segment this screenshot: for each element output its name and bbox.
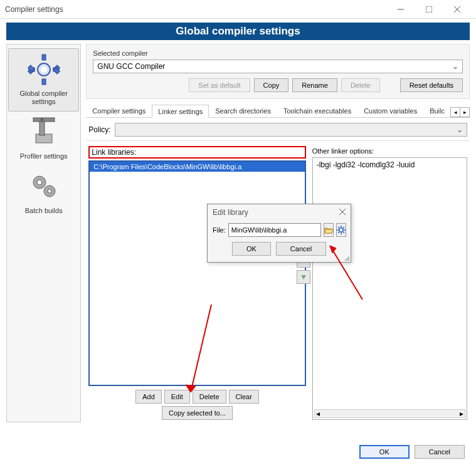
file-row: File: <box>213 223 346 237</box>
gear-icon <box>337 226 346 234</box>
chevron-down-icon: ⌄ <box>457 125 463 134</box>
file-input[interactable] <box>228 223 321 237</box>
close-icon <box>339 209 346 215</box>
gears-grey-icon <box>27 170 61 204</box>
svg-rect-15 <box>40 120 45 135</box>
title-bar: Compiler settings <box>0 0 476 19</box>
edit-button[interactable]: Edit <box>164 390 190 404</box>
browse-button[interactable] <box>324 223 334 237</box>
tab-scroll-left[interactable]: ◂ <box>450 107 460 117</box>
tab-build-truncated[interactable]: Builc <box>423 104 451 117</box>
svg-marker-23 <box>301 275 306 280</box>
gear-blue-icon <box>27 53 61 86</box>
other-options-column: Other linker options: -lbgi -lgdi32 -lco… <box>312 147 467 420</box>
dialog-ok-button[interactable]: OK <box>232 242 271 256</box>
copy-button[interactable]: Copy <box>254 78 289 92</box>
linker-area: Link libraries: C:\Program Files\CodeBlo… <box>86 141 470 422</box>
link-libraries-list[interactable]: C:\Program Files\CodeBlocks\MinGW\lib\li… <box>88 160 305 386</box>
dialog-buttons: OK Cancel <box>213 242 346 256</box>
compiler-buttons: Set as default Copy Rename Delete Reset … <box>93 78 463 92</box>
sidebar-item-global-compiler[interactable]: Global compiler settings <box>8 48 79 112</box>
move-down-button[interactable] <box>297 270 310 284</box>
footer-buttons: OK Cancel <box>359 445 465 459</box>
edit-library-dialog: Edit library File: OK Cancel <box>207 204 351 263</box>
delete-compiler-button[interactable]: Delete <box>341 78 380 92</box>
tab-scroll-right[interactable]: ▸ <box>460 107 470 117</box>
compiler-combo-value: GNU GCC Compiler <box>97 62 165 71</box>
main-cancel-button[interactable]: Cancel <box>415 445 465 459</box>
list-item[interactable]: C:\Program Files\CodeBlocks\MinGW\lib\li… <box>90 162 304 172</box>
profiler-icon <box>27 115 61 149</box>
link-libraries-label: Link libraries: <box>88 146 305 159</box>
svg-point-13 <box>41 66 47 73</box>
dialog-close-button[interactable] <box>339 208 346 217</box>
tab-compiler-settings[interactable]: Compiler settings <box>86 104 152 117</box>
minimize-icon <box>398 6 404 13</box>
svg-line-33 <box>343 227 344 228</box>
list-buttons-2: Copy selected to... <box>88 406 305 420</box>
list-buttons: Add Edit Delete Clear <box>88 390 305 404</box>
other-options-text: -lbgi -lgdi32 -lcomdlg32 -luuid <box>317 160 415 169</box>
tab-custom-variables[interactable]: Custom variables <box>357 104 423 117</box>
link-libraries-column: Link libraries: C:\Program Files\CodeBlo… <box>88 147 305 420</box>
tab-toolchain-executables[interactable]: Toolchain executables <box>277 104 357 117</box>
rename-button[interactable]: Rename <box>292 78 337 92</box>
dialog-body: File: OK Cancel <box>208 221 351 262</box>
svg-point-26 <box>339 228 343 232</box>
tab-strip: Compiler settings Linker settings Search… <box>86 104 470 118</box>
svg-rect-1 <box>426 6 432 13</box>
set-default-button[interactable]: Set as default <box>189 78 250 92</box>
maximize-icon <box>426 6 432 13</box>
sidebar-item-label: Profiler settings <box>9 152 78 160</box>
svg-point-19 <box>37 180 42 185</box>
svg-rect-5 <box>42 55 46 60</box>
other-options-label: Other linker options: <box>312 147 467 155</box>
svg-point-17 <box>41 118 43 121</box>
maximize-button[interactable] <box>415 0 443 19</box>
window-title: Compiler settings <box>5 5 386 14</box>
settings-button[interactable] <box>336 223 346 237</box>
folder-open-icon <box>324 226 333 234</box>
policy-label: Policy: <box>88 125 110 134</box>
policy-combo[interactable]: ⌄ <box>115 123 467 137</box>
tab-scroll: ◂ ▸ <box>451 107 470 117</box>
main-ok-button[interactable]: OK <box>359 445 410 459</box>
svg-line-34 <box>338 232 339 233</box>
add-button[interactable]: Add <box>135 390 162 404</box>
dialog-cancel-button[interactable]: Cancel <box>276 242 326 256</box>
tab-search-directories[interactable]: Search directories <box>209 104 277 117</box>
sidebar-item-profiler[interactable]: Profiler settings <box>8 112 79 165</box>
svg-rect-6 <box>42 79 46 85</box>
arrow-down-icon <box>300 274 307 280</box>
svg-line-32 <box>343 232 344 233</box>
horizontal-scrollbar[interactable]: ◂▸ <box>314 409 465 418</box>
other-options-textarea[interactable]: -lbgi -lgdi32 -lcomdlg32 -luuid ◂▸ <box>312 157 467 420</box>
reset-defaults-button[interactable]: Reset defaults <box>400 78 463 92</box>
sidebar: Global compiler settings Profiler settin… <box>6 44 81 422</box>
selected-compiler-group: Selected compiler GNU GCC Compiler ⌄ Set… <box>86 44 470 99</box>
dialog-title: Edit library <box>213 208 248 217</box>
selected-compiler-label: Selected compiler <box>93 50 463 57</box>
tab-linker-settings[interactable]: Linker settings <box>152 105 209 118</box>
svg-rect-16 <box>33 118 55 122</box>
clear-button[interactable]: Clear <box>229 390 259 404</box>
close-button[interactable] <box>443 0 471 19</box>
sidebar-item-label: Batch builds <box>9 207 78 215</box>
policy-row: Policy: ⌄ <box>86 118 470 141</box>
chevron-down-icon: ⌄ <box>452 62 458 71</box>
resize-grip-icon[interactable] <box>343 254 349 261</box>
copy-selected-button[interactable]: Copy selected to... <box>162 406 233 420</box>
svg-point-21 <box>48 189 51 193</box>
sidebar-item-batch-builds[interactable]: Batch builds <box>8 166 79 220</box>
dialog-title-bar: Edit library <box>208 204 351 221</box>
delete-button[interactable]: Delete <box>193 390 226 404</box>
minimize-button[interactable] <box>386 0 415 19</box>
file-label: File: <box>213 226 226 234</box>
compiler-combo[interactable]: GNU GCC Compiler ⌄ <box>93 60 463 73</box>
svg-line-31 <box>338 227 339 228</box>
page-banner: Global compiler settings <box>6 23 470 40</box>
sidebar-item-label: Global compiler settings <box>10 90 77 106</box>
close-icon <box>454 6 460 13</box>
